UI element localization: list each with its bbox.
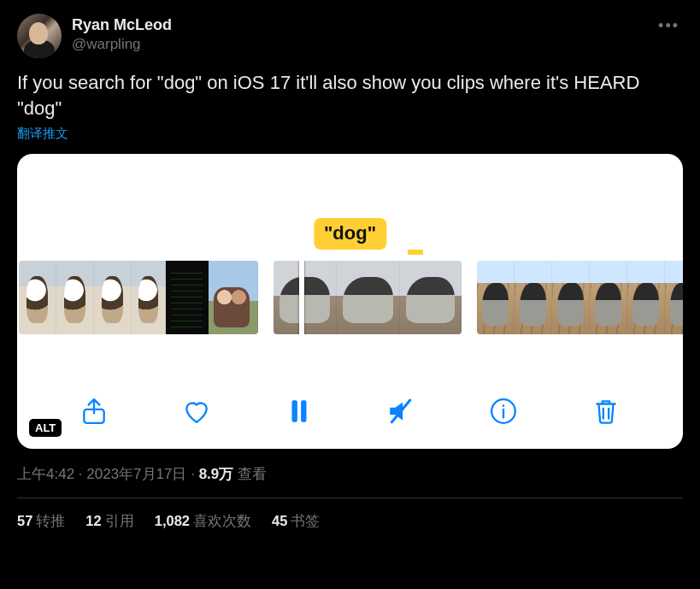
timestamp[interactable]: 上午4:42 [17, 466, 74, 482]
more-icon[interactable]: ••• [655, 14, 683, 38]
retweets-stat[interactable]: 57转推 [17, 512, 65, 531]
display-name: Ryan McLeod [72, 15, 172, 35]
bookmarks-stat[interactable]: 45书签 [272, 512, 320, 531]
svg-rect-1 [291, 401, 297, 423]
video-frame [132, 261, 166, 334]
alt-badge[interactable]: ALT [29, 419, 62, 437]
avatar[interactable] [17, 14, 62, 58]
video-frame [166, 261, 209, 334]
views-count: 8.9万 [199, 466, 234, 482]
clip-group [19, 261, 258, 334]
datestamp[interactable]: 2023年7月17日 [86, 466, 186, 482]
views-label: 查看 [238, 466, 267, 482]
share-icon[interactable] [75, 392, 113, 430]
svg-rect-2 [301, 401, 306, 423]
trash-icon[interactable] [587, 392, 625, 430]
video-frame [274, 261, 337, 334]
video-frame [552, 261, 590, 334]
video-frame [665, 261, 683, 334]
search-term-label: "dog" [314, 218, 386, 250]
playhead[interactable] [299, 261, 304, 334]
likes-stat[interactable]: 1,082喜欢次数 [155, 512, 251, 531]
tweet-header: Ryan McLeod @warpling ••• [17, 14, 683, 58]
search-term-marker [408, 250, 423, 255]
author-names[interactable]: Ryan McLeod @warpling [72, 14, 172, 53]
video-frame [19, 261, 56, 334]
heart-icon[interactable] [178, 392, 215, 430]
video-frame [209, 261, 258, 334]
translate-link[interactable]: 翻译推文 [17, 126, 683, 142]
clip-group [477, 261, 683, 334]
video-frame [337, 261, 400, 334]
video-frame [400, 261, 462, 334]
tweet: Ryan McLeod @warpling ••• If you search … [0, 0, 700, 543]
svg-point-5 [503, 405, 505, 408]
media-toolbar [17, 392, 683, 430]
mute-icon[interactable] [382, 392, 420, 430]
info-icon[interactable] [485, 392, 522, 430]
quotes-stat[interactable]: 12引用 [85, 512, 133, 531]
pause-icon[interactable] [280, 392, 318, 430]
tweet-meta: 上午4:42 · 2023年7月17日 · 8.9万 查看 [17, 464, 683, 498]
video-frame [515, 261, 552, 334]
video-frame [627, 261, 665, 334]
video-frame [56, 261, 94, 334]
media-card[interactable]: "dog" [17, 154, 683, 449]
clip-group [274, 261, 462, 334]
handle: @warpling [72, 35, 172, 53]
divider [17, 498, 683, 498]
video-frame [477, 261, 515, 334]
video-frame [94, 261, 132, 334]
tweet-text: If you search for "dog" on iOS 17 it'll … [17, 70, 683, 121]
video-scrubber[interactable] [17, 261, 683, 334]
video-frame [590, 261, 627, 334]
tweet-stats: 57转推 12引用 1,082喜欢次数 45书签 [17, 512, 683, 543]
